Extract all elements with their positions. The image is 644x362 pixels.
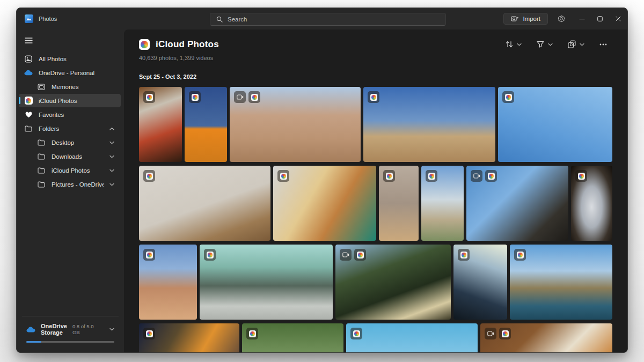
photo-tile-star-swing-ride[interactable] (498, 87, 612, 162)
icloud-badge-icon (426, 170, 437, 182)
cloud-icon (24, 70, 33, 76)
icloud-badge-icon (514, 249, 526, 261)
photo-tile-joshua-tree-desert[interactable] (363, 87, 495, 162)
video-badge-icon (234, 91, 246, 103)
import-label: Import (523, 16, 540, 22)
onedrive-storage-label: OneDrive Storage (41, 323, 67, 336)
chevron-down-icon[interactable] (109, 141, 114, 144)
photo-tile-rocky-shoreline-waves[interactable] (453, 245, 507, 320)
icloud-badge-icon (458, 249, 470, 261)
photo-badges (234, 91, 260, 103)
icloud-icon (24, 97, 33, 105)
sidebar-item-icloud-photos[interactable]: iCloud Photos (19, 94, 121, 107)
sidebar-item-label: Downloads (52, 153, 104, 160)
select-button[interactable] (564, 38, 589, 51)
photo-grid-row (139, 245, 611, 320)
photo-tile-dog-on-chair[interactable] (139, 166, 270, 241)
photo-badges (383, 170, 395, 182)
maximize-button[interactable] (591, 8, 609, 29)
icloud-badge-icon (143, 170, 155, 182)
settings-gear-button[interactable] (558, 15, 565, 23)
photo-tile-puppy-on-street[interactable] (379, 166, 419, 241)
chevron-down-icon[interactable] (109, 183, 114, 186)
sidebar-item-favorites[interactable]: Favorites (19, 108, 121, 121)
import-icon (511, 16, 518, 22)
search-box[interactable] (210, 13, 446, 26)
icloud-badge-icon (277, 170, 289, 182)
photo-badges (143, 170, 155, 182)
folder-icon (37, 153, 46, 160)
photo-grid-row (139, 323, 611, 353)
icloud-badge-icon (248, 91, 260, 103)
sidebar-item-pictures-onedrive-personal[interactable]: Pictures - OneDrive Personal (19, 178, 121, 191)
photos-app-icon (25, 14, 33, 23)
more-icon (599, 43, 607, 46)
titlebar-right: Import (503, 8, 627, 29)
photo-tile-forest-light-rays[interactable] (335, 245, 451, 320)
photo-badges (143, 328, 155, 339)
search-input[interactable] (228, 16, 440, 23)
sidebar-item-memories[interactable]: Memories (19, 80, 121, 93)
photo-tile-hiker-on-red-rock[interactable] (139, 245, 197, 320)
icloud-badge-icon (246, 328, 258, 339)
sidebar-item-downloads[interactable]: Downloads (19, 150, 121, 163)
photo-badges (204, 249, 216, 261)
photo-tile-fried-egg-breakfast[interactable] (139, 323, 239, 353)
photo-grid-row (139, 87, 611, 162)
filter-button[interactable] (532, 38, 557, 50)
onedrive-storage-panel: OneDrive Storage 0.8 of 5.0 GB (22, 316, 119, 349)
photo-tile-shakshuka-food-bowl[interactable] (139, 87, 182, 162)
photo-tile-city-skyline-mountains[interactable] (200, 245, 333, 320)
close-button[interactable] (609, 8, 627, 29)
sidebar-item-label: Desktop (52, 139, 104, 146)
app-title: Photos (39, 16, 57, 22)
sidebar-item-label: Memories (52, 84, 115, 90)
all-photos-icon (24, 55, 33, 63)
photo-tile-orange-sunset-mural[interactable] (185, 87, 227, 162)
photo-badges (368, 91, 379, 103)
sidebar-item-onedrive-personal[interactable]: OneDrive - Personal (19, 66, 121, 79)
titlebar: Photos Import (17, 8, 627, 29)
photo-tile-bicycles-at-beach[interactable] (421, 166, 464, 241)
minimize-button[interactable] (573, 8, 591, 29)
sort-button[interactable] (501, 38, 526, 50)
folder-icon (37, 139, 46, 146)
sidebar-item-all-photos[interactable]: All Photos (19, 52, 121, 65)
sidebar-item-desktop[interactable]: Desktop (19, 136, 121, 149)
chevron-down-icon (548, 43, 553, 46)
photo-tile-blue-sky-clouds[interactable] (346, 323, 478, 353)
photo-tile-dog-by-river[interactable] (242, 323, 343, 353)
chevron-down-icon[interactable] (109, 155, 114, 158)
photo-tile-rock-formation-hiker[interactable] (230, 87, 361, 162)
chevron-up-icon[interactable] (109, 127, 114, 130)
chevron-down-icon[interactable] (109, 169, 114, 172)
photo-tile-lake-and-cliffs[interactable] (510, 245, 612, 320)
photo-badges (426, 170, 437, 182)
date-range-header: Sept 25 - Oct 3, 2022 (139, 73, 611, 80)
library-count-subtitle: 40,639 photos, 1,399 videos (139, 55, 611, 61)
storage-progress-bar (26, 341, 114, 343)
chevron-down-icon[interactable] (109, 328, 114, 331)
folder-icon (37, 181, 46, 188)
photo-tile-eiffel-tower-base[interactable] (466, 166, 568, 241)
photo-badges (575, 170, 587, 182)
icloud-badge-icon (143, 249, 155, 261)
icloud-badge-icon (143, 328, 155, 339)
more-button[interactable] (595, 41, 611, 48)
photo-tile-pear-pizza-and-latte[interactable] (273, 166, 376, 241)
import-button[interactable]: Import (503, 13, 548, 25)
photo-badges (350, 328, 362, 339)
photo-tile-grilled-dinner-plate[interactable] (480, 323, 612, 353)
sidebar-item-folders[interactable]: Folders (19, 122, 121, 135)
folder-icon (37, 167, 46, 174)
storage-usage-text: 0.8 of 5.0 GB (72, 323, 101, 335)
photo-badges (277, 170, 289, 182)
photo-tile-louvre-pyramid-arch[interactable] (571, 166, 612, 241)
sidebar-item-label: OneDrive - Personal (39, 70, 115, 76)
sidebar-item-icloud-photos[interactable]: iCloud Photos (19, 164, 121, 177)
selected-accent-bar (19, 97, 20, 104)
photo-badges (189, 91, 201, 103)
storage-progress-fill (26, 341, 41, 343)
icloud-badge-icon (383, 170, 395, 182)
hamburger-menu-button[interactable] (25, 36, 124, 46)
